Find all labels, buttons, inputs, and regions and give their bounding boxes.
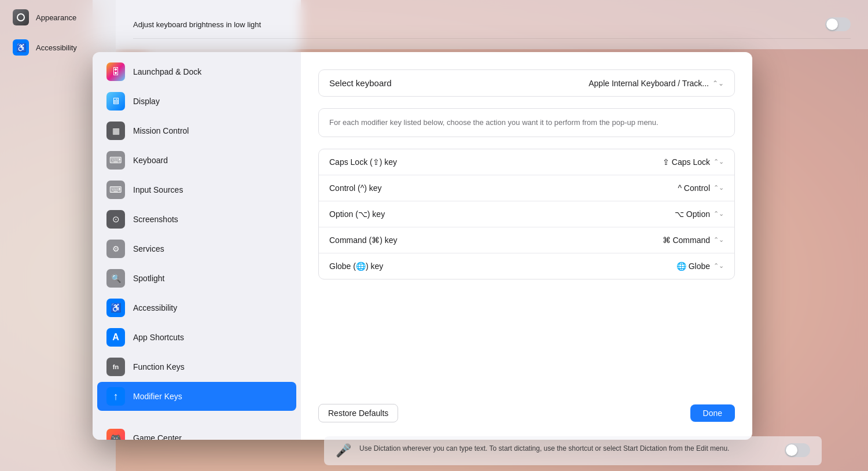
sidebar-item-keyboard[interactable]: ⌨ Keyboard xyxy=(97,146,296,175)
sidebar-icon-display: 🖥 xyxy=(106,92,125,111)
sidebar-label-screenshots: Screenshots xyxy=(133,215,178,224)
modifier-key-label-4: Globe (🌐) key xyxy=(329,262,383,271)
microphone-icon: 🎤 xyxy=(336,443,351,458)
sidebar-item-accessibility[interactable]: ♿ Accessibility xyxy=(97,293,296,322)
sidebar-item-app-shortcuts[interactable]: A App Shortcuts xyxy=(97,323,296,352)
sidebar-item-modifier[interactable]: ↑ Modifier Keys xyxy=(97,382,296,411)
footer-buttons: Restore Defaults Done xyxy=(318,392,735,422)
modifier-key-label-3: Command (⌘) key xyxy=(329,236,397,245)
sidebar-label-mission: Mission Control xyxy=(133,126,189,135)
sidebar-item-launchpad[interactable]: 🎛 Launchpad & Dock xyxy=(97,57,296,86)
sidebar-icon-keyboard: ⌨ xyxy=(106,151,125,170)
modifier-key-row: Control (^) key ^ Control ⌃⌄ xyxy=(319,175,734,201)
modifier-keys-table: Caps Lock (⇪) key ⇪ Caps Lock ⌃⌄ Control… xyxy=(318,149,735,279)
sidebar-item-input-sources[interactable]: ⌨ Input Sources xyxy=(97,175,296,204)
modifier-key-current-4: 🌐 Globe xyxy=(676,262,710,271)
bg-setting-brightness: Adjust keyboard brightness in low light xyxy=(133,10,851,39)
sidebar-label-keyboard: Keyboard xyxy=(133,156,168,165)
modifier-key-stepper-0: ⌃⌄ xyxy=(713,158,724,165)
sidebar-label-display: Display xyxy=(133,97,160,106)
done-button[interactable]: Done xyxy=(690,404,735,422)
modifier-key-label-0: Caps Lock (⇪) key xyxy=(329,157,397,167)
select-keyboard-dropdown[interactable]: Apple Internal Keyboard / Track... ⌃⌄ xyxy=(589,79,724,88)
modifier-key-label-2: Option (⌥) key xyxy=(329,209,385,219)
dictation-description: Use Dictation wherever you can type text… xyxy=(359,443,729,454)
sidebar-item-mission[interactable]: ▦ Mission Control xyxy=(97,116,296,145)
sidebar-icon-game-center: 🎮 xyxy=(106,429,125,440)
sidebar-item-fn[interactable]: fn Function Keys xyxy=(97,352,296,381)
modifier-key-stepper-4: ⌃⌄ xyxy=(713,262,724,270)
modifier-keys-description: For each modifier key listed below, choo… xyxy=(318,108,735,137)
modal-dialog: 🎛 Launchpad & Dock 🖥 Display ▦ Mission C… xyxy=(93,52,752,440)
bg-appearance-label: Appearance xyxy=(36,13,76,22)
sidebar-item-game-center[interactable]: 🎮 Game Center xyxy=(97,424,296,440)
sidebar: 🎛 Launchpad & Dock 🖥 Display ▦ Mission C… xyxy=(93,52,301,440)
sidebar-item-services[interactable]: ⚙ Services xyxy=(97,234,296,263)
svg-point-0 xyxy=(17,14,24,21)
modifier-key-row: Globe (🌐) key 🌐 Globe ⌃⌄ xyxy=(319,253,734,279)
modifier-key-dropdown-0[interactable]: ⇪ Caps Lock ⌃⌄ xyxy=(663,157,724,167)
sidebar-icon-spotlight: 🔍 xyxy=(106,269,125,288)
modifier-key-stepper-2: ⌃⌄ xyxy=(713,210,724,218)
select-keyboard-label: Select keyboard xyxy=(329,78,392,88)
sidebar-label-game-center: Game Center xyxy=(133,433,182,440)
bg-brightness-label: Adjust keyboard brightness in low light xyxy=(133,20,261,29)
modifier-key-stepper-1: ⌃⌄ xyxy=(713,184,724,192)
select-keyboard-current: Apple Internal Keyboard / Track... xyxy=(589,79,709,88)
sidebar-icon-mission: ▦ xyxy=(106,122,125,140)
modifier-key-dropdown-1[interactable]: ^ Control ⌃⌄ xyxy=(678,183,724,193)
bg-sidebar-appearance[interactable]: Appearance xyxy=(3,3,112,31)
modifier-key-current-3: ⌘ Command xyxy=(663,236,710,245)
sidebar-label-input-sources: Input Sources xyxy=(133,185,183,194)
sidebar-label-app-shortcuts: App Shortcuts xyxy=(133,333,184,342)
modifier-key-dropdown-4[interactable]: 🌐 Globe ⌃⌄ xyxy=(676,262,724,271)
sidebar-label-modifier: Modifier Keys xyxy=(133,392,182,401)
sidebar-icon-app-shortcuts: A xyxy=(106,328,125,347)
select-keyboard-row: Select keyboard Apple Internal Keyboard … xyxy=(318,69,735,97)
sidebar-label-services: Services xyxy=(133,244,164,253)
main-content: Select keyboard Apple Internal Keyboard … xyxy=(301,52,752,440)
sidebar-icon-accessibility: ♿ xyxy=(106,299,125,317)
sidebar-icon-services: ⚙ xyxy=(106,240,125,258)
dictation-toggle[interactable] xyxy=(785,443,810,457)
modifier-key-current-0: ⇪ Caps Lock xyxy=(663,157,710,167)
modifier-key-row: Option (⌥) key ⌥ Option ⌃⌄ xyxy=(319,201,734,227)
sidebar-label-fn: Function Keys xyxy=(133,362,185,371)
sidebar-item-screenshots[interactable]: ⊙ Screenshots xyxy=(97,205,296,234)
sidebar-item-display[interactable]: 🖥 Display xyxy=(97,87,296,116)
sidebar-item-spotlight[interactable]: 🔍 Spotlight xyxy=(97,264,296,293)
modifier-key-dropdown-3[interactable]: ⌘ Command ⌃⌄ xyxy=(663,236,724,245)
sidebar-label-spotlight: Spotlight xyxy=(133,274,164,283)
modifier-key-label-1: Control (^) key xyxy=(329,183,382,193)
sidebar-icon-fn: fn xyxy=(106,358,125,376)
modifier-key-current-2: ⌥ Option xyxy=(675,209,710,219)
keyboard-stepper-icon: ⌃⌄ xyxy=(712,79,724,87)
modifier-key-row: Caps Lock (⇪) key ⇪ Caps Lock ⌃⌄ xyxy=(319,149,734,175)
sidebar-icon-screenshots: ⊙ xyxy=(106,210,125,229)
bg-accessibility-label: Accessibility xyxy=(36,43,77,52)
sidebar-icon-input-sources: ⌨ xyxy=(106,181,125,199)
modifier-key-row: Command (⌘) key ⌘ Command ⌃⌄ xyxy=(319,227,734,253)
restore-defaults-button[interactable]: Restore Defaults xyxy=(318,404,398,422)
sidebar-label-launchpad: Launchpad & Dock xyxy=(133,67,201,76)
sidebar-label-accessibility: Accessibility xyxy=(133,303,177,312)
modifier-key-dropdown-2[interactable]: ⌥ Option ⌃⌄ xyxy=(675,209,724,219)
sidebar-icon-modifier: ↑ xyxy=(106,387,125,406)
modifier-key-stepper-3: ⌃⌄ xyxy=(713,236,724,244)
sidebar-icon-launchpad: 🎛 xyxy=(106,62,125,81)
brightness-toggle[interactable] xyxy=(825,17,851,31)
modifier-key-current-1: ^ Control xyxy=(678,183,710,193)
dictation-setting: 🎤 Use Dictation wherever you can type te… xyxy=(324,436,822,465)
